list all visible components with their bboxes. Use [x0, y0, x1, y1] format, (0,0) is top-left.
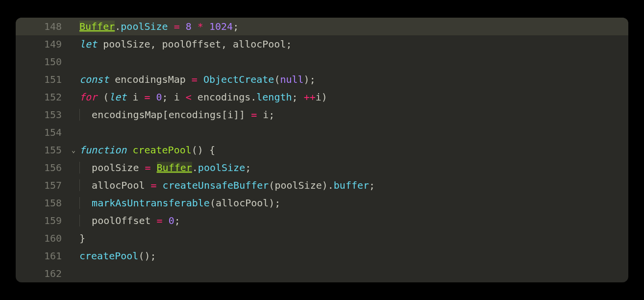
code-content[interactable]: Buffer.poolSize = 8 * 1024;: [79, 21, 628, 32]
line-number: 161: [16, 250, 68, 262]
token: markAsUntransferable: [92, 197, 210, 209]
line-number: 157: [16, 179, 68, 191]
token: i;: [257, 109, 274, 121]
token: poolOffset: [92, 215, 156, 226]
token: Buffer: [79, 21, 115, 32]
code-content[interactable]: const encodingsMap = ObjectCreate(null);: [79, 74, 628, 85]
token: ;: [245, 162, 251, 174]
code-line[interactable]: 161createPool();: [16, 247, 628, 265]
token: poolSize: [198, 162, 245, 174]
code-line[interactable]: 160}: [16, 229, 628, 247]
line-number: 162: [16, 268, 68, 279]
token: () {: [192, 144, 215, 156]
line-number: 155: [16, 144, 68, 156]
token: buffer: [334, 179, 369, 191]
token: poolSize, poolOffset, allocPool;: [97, 38, 292, 50]
code-line[interactable]: 151const encodingsMap = ObjectCreate(nul…: [16, 71, 628, 88]
token: [157, 179, 163, 191]
code-line[interactable]: 154: [16, 124, 628, 141]
token: =: [174, 21, 180, 32]
token: =: [144, 91, 150, 103]
line-number: 153: [16, 109, 68, 121]
token: );: [304, 74, 316, 85]
token: encodingsMap[encodings[i]]: [92, 109, 251, 121]
token: ;: [369, 179, 375, 191]
token: =: [157, 215, 163, 226]
code-line[interactable]: 162: [16, 265, 628, 282]
code-content[interactable]: createPool();: [79, 250, 628, 262]
token: [126, 144, 132, 156]
token: [203, 21, 209, 32]
token: [180, 21, 186, 32]
code-content[interactable]: }: [79, 232, 628, 244]
line-number: 158: [16, 197, 68, 209]
token: [163, 215, 169, 226]
code-line[interactable]: 158 markAsUntransferable(allocPool);: [16, 194, 628, 212]
token: i: [126, 91, 144, 103]
code-content[interactable]: encodingsMap[encodings[i]] = i;: [79, 109, 628, 121]
line-number: 152: [16, 91, 68, 103]
line-number: 148: [16, 21, 68, 32]
token: let: [109, 91, 126, 103]
token: (: [97, 91, 109, 103]
code-content[interactable]: markAsUntransferable(allocPool);: [79, 197, 628, 209]
token: .: [115, 21, 121, 32]
code-line[interactable]: 153 encodingsMap[encodings[i]] = i;: [16, 106, 628, 124]
fold-gutter[interactable]: ⌄: [68, 146, 79, 154]
token: =: [192, 74, 198, 85]
token: (: [274, 74, 280, 85]
token: =: [145, 162, 150, 174]
code-line[interactable]: 155⌄function createPool() {: [16, 141, 628, 159]
token: allocPool: [92, 179, 150, 191]
token: 0: [169, 215, 174, 226]
token: =: [151, 179, 157, 191]
token: ;: [233, 21, 239, 32]
line-number: 160: [16, 232, 68, 244]
line-number: 156: [16, 162, 68, 174]
token: createPool: [132, 144, 191, 156]
code-line[interactable]: 150: [16, 53, 628, 71]
token: encodingsMap: [109, 74, 192, 85]
token: Buffer: [157, 162, 192, 174]
code-content[interactable]: poolSize = Buffer.poolSize;: [79, 162, 628, 174]
code-line[interactable]: 149let poolSize, poolOffset, allocPool;: [16, 35, 628, 53]
chevron-down-icon[interactable]: ⌄: [72, 146, 75, 154]
line-number: 154: [16, 126, 68, 138]
code-line[interactable]: 148Buffer.poolSize = 8 * 1024;: [16, 18, 628, 35]
token: 0: [156, 91, 162, 103]
code-content[interactable]: function createPool() {: [79, 144, 628, 156]
line-number: 151: [16, 74, 68, 85]
token: <: [186, 91, 192, 103]
token: poolSize: [92, 162, 145, 174]
token: const: [79, 74, 109, 85]
token: createPool: [79, 250, 138, 262]
code-content[interactable]: for (let i = 0; i < encodings.length; ++…: [79, 91, 628, 103]
token: 1024: [209, 21, 233, 32]
code-content[interactable]: let poolSize, poolOffset, allocPool;: [79, 38, 628, 50]
code-content[interactable]: poolOffset = 0;: [79, 215, 628, 226]
code-line[interactable]: 152for (let i = 0; i < encodings.length;…: [16, 88, 628, 106]
token: }: [79, 232, 85, 244]
token: =: [251, 109, 257, 121]
token: [198, 74, 203, 85]
code-line[interactable]: 159 poolOffset = 0;: [16, 212, 628, 229]
token: ++: [304, 91, 316, 103]
token: [150, 91, 156, 103]
token: [151, 162, 157, 174]
token: ObjectCreate: [203, 74, 274, 85]
code-content[interactable]: allocPool = createUnsafeBuffer(poolSize)…: [79, 179, 628, 191]
token: length: [256, 91, 292, 103]
code-line[interactable]: 157 allocPool = createUnsafeBuffer(poolS…: [16, 176, 628, 194]
token: i): [316, 91, 327, 103]
token: for: [79, 91, 97, 103]
token: (allocPool);: [210, 197, 281, 209]
token: null: [280, 74, 303, 85]
line-number: 150: [16, 56, 68, 68]
line-number: 149: [16, 38, 68, 50]
code-editor[interactable]: 148Buffer.poolSize = 8 * 1024;149let poo…: [16, 18, 628, 282]
token: (poolSize).: [269, 179, 333, 191]
token: ;: [174, 215, 180, 226]
token: function: [79, 144, 126, 156]
code-line[interactable]: 156 poolSize = Buffer.poolSize;: [16, 159, 628, 176]
token: ;: [292, 91, 304, 103]
